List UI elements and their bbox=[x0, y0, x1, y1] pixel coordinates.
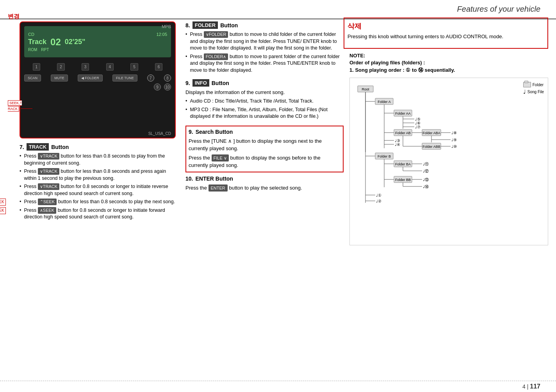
screen-bottom-row: ROM RPT bbox=[28, 48, 167, 52]
file-v-btn: FILE ∨ bbox=[212, 154, 229, 162]
bullet-8-1: Press ∨FOLDER button to move to child fo… bbox=[185, 31, 344, 52]
page-footer: 4 | 117 bbox=[522, 383, 540, 390]
svg-text:♩①: ♩① bbox=[376, 193, 381, 197]
bullet-7-4: SEEK Press ⌃SEEK button for less than 0.… bbox=[20, 199, 180, 206]
section9-intro: Displays the information of the current … bbox=[185, 89, 344, 96]
svg-text:Folder AB: Folder AB bbox=[395, 131, 411, 135]
page-header: Features of your vehicle bbox=[0, 0, 556, 20]
section7-num: 7. bbox=[20, 144, 24, 150]
section9-suffix: Button bbox=[212, 80, 229, 86]
search-text-2: Press the FILE ∨ button to display the s… bbox=[189, 154, 340, 169]
note-item1: 1. Song playing order : ① to ⑭ sequentia… bbox=[349, 67, 548, 74]
track-time: 02'25" bbox=[65, 38, 86, 46]
radio-screen: CD 12:05 Track 02 02'25" ROM RPT bbox=[24, 26, 171, 57]
bottom-dashed-line bbox=[0, 381, 556, 381]
circle-10: 10 bbox=[164, 83, 171, 90]
section7-btn-label: TRACK bbox=[27, 143, 49, 151]
folder-icon-legend bbox=[523, 82, 531, 87]
svg-text:Folder BA: Folder BA bbox=[395, 162, 411, 166]
section9-heading: 9. INFO Button bbox=[185, 79, 344, 87]
section-9-info: 9. INFO Button Displays the information … bbox=[185, 79, 344, 120]
screen-top-row: CD 12:05 bbox=[28, 32, 167, 37]
knobs-row: 9 10 bbox=[20, 83, 175, 92]
legend-folder: Folder bbox=[523, 82, 544, 87]
note-section: NOTE: Order of playing files (folders) :… bbox=[349, 53, 548, 74]
bullet-7-2: Press ∨TRACK button for less than 0.8 se… bbox=[20, 168, 180, 182]
section9-btn-label: INFO bbox=[192, 79, 209, 87]
section7-suffix: Button bbox=[51, 144, 69, 150]
vtrack-btn-2: ∨TRACK bbox=[38, 168, 59, 175]
track-word: Track bbox=[28, 38, 46, 46]
section8-heading: 8. FOLDER Button bbox=[185, 21, 344, 29]
svg-text:♩⑬: ♩⑬ bbox=[423, 177, 429, 182]
svg-text:Folder ABA: Folder ABA bbox=[422, 131, 440, 135]
section10-heading-text: ENTER Button bbox=[195, 176, 233, 182]
search-text-1: Press the [TUNE ∧ ] button to display th… bbox=[189, 137, 340, 153]
section-8: 8. FOLDER Button Press ∨FOLDER button to… bbox=[185, 21, 344, 74]
vtrack-btn-1: ∨TRACK bbox=[38, 153, 59, 160]
left-column: 변경 MPB CD 12:05 Track 02 02'25" ROM bbox=[8, 21, 180, 380]
preset-5: 5 bbox=[130, 63, 138, 71]
time-display: 12:05 bbox=[156, 32, 167, 37]
bullet-9-2: MP3 CD : File Name, Title, Artist, Album… bbox=[185, 106, 344, 120]
section-9-search: 9. Search Button Press the [TUNE ∧ ] but… bbox=[185, 126, 344, 172]
folder-prev: ◀ FOLDER bbox=[78, 74, 103, 82]
circle-9: 9 bbox=[154, 83, 161, 90]
folder-up-btn: FOLDER∧ bbox=[204, 53, 228, 60]
circle-8: 8 bbox=[164, 74, 171, 82]
legend-folder-text: Folder bbox=[533, 83, 544, 87]
mpb-label: MPB bbox=[162, 24, 171, 29]
svg-text:♩⑭: ♩⑭ bbox=[423, 184, 429, 189]
header-title: Features of your vehicle bbox=[457, 5, 540, 14]
radio-image: MPB CD 12:05 Track 02 02'25" ROM RPT bbox=[20, 21, 176, 138]
delete-label: 삭제 bbox=[348, 21, 544, 31]
svg-text:♩⑨: ♩⑨ bbox=[451, 138, 457, 142]
bullet-9-1: Audio CD : Disc Title/Artist, Track Titl… bbox=[185, 98, 344, 105]
file-tune: FILE TUNE bbox=[112, 74, 137, 82]
seek-track-label: SEEK,TRACK bbox=[8, 99, 32, 111]
circle-7: 7 bbox=[147, 74, 154, 82]
sl-usa-label: SL_USA_CD bbox=[148, 131, 171, 136]
seek-label-1: SEEK bbox=[0, 199, 6, 206]
seek-btn-1: ⌃SEEK bbox=[38, 199, 57, 205]
delete-text: Pressing this knob without turning enter… bbox=[348, 33, 544, 41]
preset-2: 2 bbox=[57, 63, 65, 71]
vfolder-btn: ∨FOLDER bbox=[204, 31, 228, 38]
preset-1: 1 bbox=[33, 63, 41, 71]
screen-main-row: Track 02 02'25" bbox=[28, 37, 167, 48]
page-num: 4 | 117 bbox=[522, 383, 540, 390]
delete-section: 삭제 Pressing this knob without turning en… bbox=[344, 18, 548, 49]
main-content: 변경 MPB CD 12:05 Track 02 02'25" ROM bbox=[8, 21, 548, 380]
right-column: 삭제 Pressing this knob without turning en… bbox=[344, 21, 548, 380]
svg-text:♩④: ♩④ bbox=[395, 142, 400, 147]
bullet-8-2: Press FOLDER∧ button to move to parent f… bbox=[185, 53, 344, 74]
middle-column: 8. FOLDER Button Press ∨FOLDER button to… bbox=[180, 21, 344, 380]
note-heading: NOTE: bbox=[349, 53, 548, 59]
preset-4: 4 bbox=[106, 63, 114, 71]
bullet-9-2-text: MP3 CD : File Name, Title, Artist, Album… bbox=[190, 106, 344, 120]
seek-btn-2: ∧SEEK bbox=[38, 207, 56, 214]
scan-btn: SCAN bbox=[24, 74, 41, 82]
section7-bullets: Press ∨TRACK button for less than 0.8 se… bbox=[20, 153, 180, 221]
svg-text:Folder BB: Folder BB bbox=[395, 178, 411, 182]
svg-text:♩⑫: ♩⑫ bbox=[423, 169, 429, 173]
vtrack-btn-3: ∨TRACK bbox=[38, 183, 59, 190]
preset-6: 6 bbox=[155, 63, 163, 71]
section9-num: 9. bbox=[185, 80, 190, 86]
section9b-num: 9. bbox=[189, 129, 193, 135]
cd-label: CD bbox=[28, 32, 34, 37]
tree-svg: Root Folder A Folder AA ♩⑤ ♩⑥ bbox=[354, 82, 479, 242]
rpt-label: RPT bbox=[41, 48, 49, 52]
section7-heading: 7. TRACK Button bbox=[20, 143, 180, 151]
svg-text:Folder AA: Folder AA bbox=[395, 112, 411, 115]
section10-text: Press the ENTER button to play the selec… bbox=[185, 184, 344, 192]
bullet-9-1-text: Audio CD : Disc Title/Artist, Track Titl… bbox=[190, 98, 314, 105]
svg-text:Root: Root bbox=[362, 87, 369, 91]
legend-song-text: Song File bbox=[527, 90, 544, 94]
section9b-heading-text: Search Button bbox=[196, 129, 233, 135]
radio-control-row: SCAN MUTE ◀ FOLDER FILE TUNE 7 8 bbox=[20, 73, 175, 83]
svg-text:Folder ABB: Folder ABB bbox=[422, 145, 440, 149]
folder-diagram: Folder ♩ Song File Root Folder A bbox=[349, 78, 548, 245]
svg-text:Folder A: Folder A bbox=[378, 100, 391, 104]
page-sub: 117 bbox=[530, 383, 540, 390]
